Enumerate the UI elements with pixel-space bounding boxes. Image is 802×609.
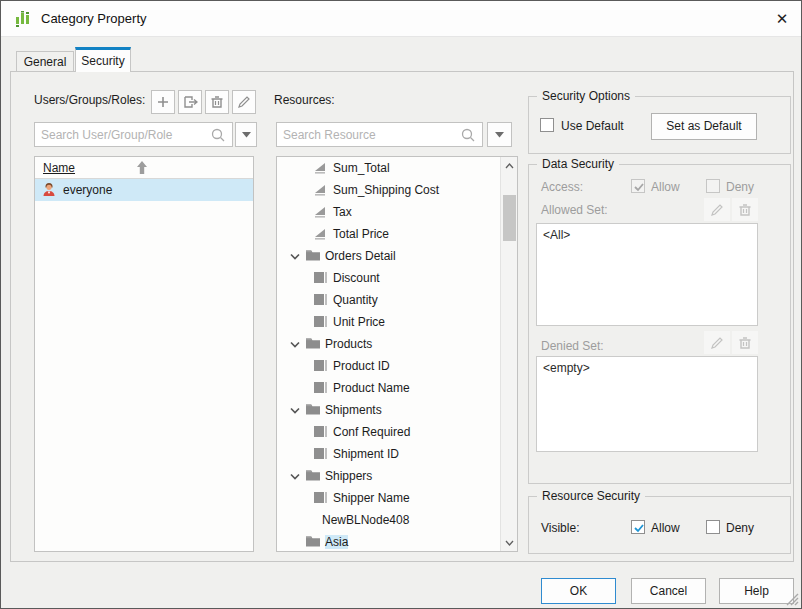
trash-icon [738, 203, 752, 217]
tree-item-product-name[interactable]: Product Name [277, 377, 500, 399]
chevron-expanded-icon [290, 472, 300, 481]
resources-label: Resources: [274, 93, 335, 107]
tree-item-unit-price[interactable]: Unit Price [277, 311, 500, 333]
resource-search-input[interactable] [283, 128, 460, 142]
visible-allow-checkbox[interactable] [631, 520, 645, 534]
folder-icon [305, 336, 321, 350]
cancel-button[interactable]: Cancel [631, 578, 706, 604]
users-list-header[interactable]: Name [35, 157, 253, 179]
tree-item-asia[interactable]: Asia [277, 531, 500, 552]
ok-button[interactable]: OK [541, 578, 616, 604]
column-icon [313, 380, 328, 394]
user-row[interactable]: everyone [35, 179, 253, 201]
pencil-icon [710, 336, 724, 350]
access-allow-checkbox [631, 179, 645, 193]
use-default-checkbox[interactable] [540, 118, 554, 132]
tree-item-shipments[interactable]: Shipments [277, 399, 500, 421]
data-security-legend: Data Security [537, 157, 619, 171]
tree-item-sum-shipping-cost[interactable]: Sum_Shipping Cost [277, 179, 500, 201]
column-icon [313, 314, 328, 328]
tree-item-label: Conf Required [333, 425, 410, 439]
tree-item-label: Quantity [333, 293, 378, 307]
tree-item-shippers[interactable]: Shippers [277, 465, 500, 487]
denied-set-edit-button [704, 331, 730, 354]
tree-item-products[interactable]: Products [277, 333, 500, 355]
chevron-expanded-icon [290, 340, 300, 349]
search-icon [460, 127, 476, 143]
access-label: Access: [541, 180, 583, 194]
tree-item-label: Asia [325, 535, 348, 549]
users-list[interactable]: Name everyone [34, 156, 254, 552]
tree-item-label: Product ID [333, 359, 390, 373]
tree-item-label: Discount [333, 271, 380, 285]
tree-item-label: Products [325, 337, 372, 351]
name-column-header[interactable]: Name [43, 161, 75, 175]
use-default-label: Use Default [561, 119, 624, 133]
access-deny-checkbox [706, 179, 720, 193]
tree-item-shipment-id[interactable]: Shipment ID [277, 443, 500, 465]
tree-item-sum-total[interactable]: Sum_Total [277, 157, 500, 179]
tab-general[interactable]: General [16, 51, 74, 72]
denied-set-box[interactable]: <empty> [536, 356, 758, 452]
tree-item-product-id[interactable]: Product ID [277, 355, 500, 377]
resize-grip[interactable] [786, 593, 799, 606]
allowed-set-label: Allowed Set: [541, 203, 608, 217]
help-button[interactable]: Help [719, 578, 794, 604]
resource-security-legend: Resource Security [537, 489, 645, 503]
set-as-default-button[interactable]: Set as Default [651, 113, 757, 140]
close-button[interactable]: ✕ [769, 7, 795, 31]
scrollbar-thumb[interactable] [503, 195, 516, 241]
tree-item-shipper-name[interactable]: Shipper Name [277, 487, 500, 509]
scroll-up-arrow[interactable] [501, 157, 518, 174]
column-icon [313, 424, 328, 438]
visible-allow-label: Allow [651, 521, 680, 535]
folder-icon [305, 534, 321, 548]
visible-label: Visible: [541, 521, 579, 535]
user-search-input[interactable] [41, 128, 210, 142]
tab-security[interactable]: Security [75, 47, 131, 72]
tree-item-label: Shippers [325, 469, 372, 483]
tree-item-label: Unit Price [333, 315, 385, 329]
allowed-set-delete-button [732, 198, 758, 221]
users-groups-roles-label: Users/Groups/Roles: [34, 93, 145, 107]
formula-icon [313, 204, 327, 219]
access-allow-label: Allow [651, 180, 680, 194]
export-icon [183, 95, 198, 109]
user-row-label: everyone [63, 183, 112, 197]
denied-set-delete-button [732, 331, 758, 354]
tree-item-label: Sum_Shipping Cost [333, 183, 439, 197]
tree-item-tax[interactable]: Tax [277, 201, 500, 223]
tree-item-quantity[interactable]: Quantity [277, 289, 500, 311]
visible-deny-label: Deny [726, 521, 754, 535]
allowed-set-box[interactable]: <All> [536, 223, 758, 326]
security-options-legend: Security Options [537, 89, 635, 103]
resource-tree-scrollbar[interactable] [500, 157, 517, 551]
visible-deny-checkbox[interactable] [706, 520, 720, 534]
denied-set-value: <empty> [543, 361, 590, 375]
folder-icon [305, 402, 321, 416]
formula-icon [313, 160, 327, 175]
chevron-down-icon [242, 132, 251, 138]
tree-item-total-price[interactable]: Total Price [277, 223, 500, 245]
tree-item-discount[interactable]: Discount [277, 267, 500, 289]
resource-search-dropdown-button[interactable] [487, 122, 512, 147]
user-search-dropdown-button[interactable] [235, 122, 257, 147]
delete-user-button[interactable] [205, 90, 229, 114]
tree-item-label: Tax [333, 205, 352, 219]
tree-item-label: Orders Detail [325, 249, 396, 263]
tree-item-label: NewBLNode408 [322, 513, 409, 527]
plus-icon [156, 95, 170, 109]
tree-item-label: Total Price [333, 227, 389, 241]
scroll-down-arrow[interactable] [501, 534, 518, 551]
tree-item-orders-detail[interactable]: Orders Detail [277, 245, 500, 267]
folder-icon [305, 248, 321, 262]
tree-item-label: Sum_Total [333, 161, 390, 175]
tree-item-newblnode408[interactable]: NewBLNode408 [277, 509, 500, 531]
chevron-expanded-icon [290, 252, 300, 261]
tree-item-conf-required[interactable]: Conf Required [277, 421, 500, 443]
allowed-set-value: <All> [543, 228, 570, 242]
edit-user-button[interactable] [232, 90, 256, 114]
export-user-button[interactable] [178, 90, 202, 114]
add-user-button[interactable] [151, 90, 175, 114]
column-icon [313, 270, 328, 284]
